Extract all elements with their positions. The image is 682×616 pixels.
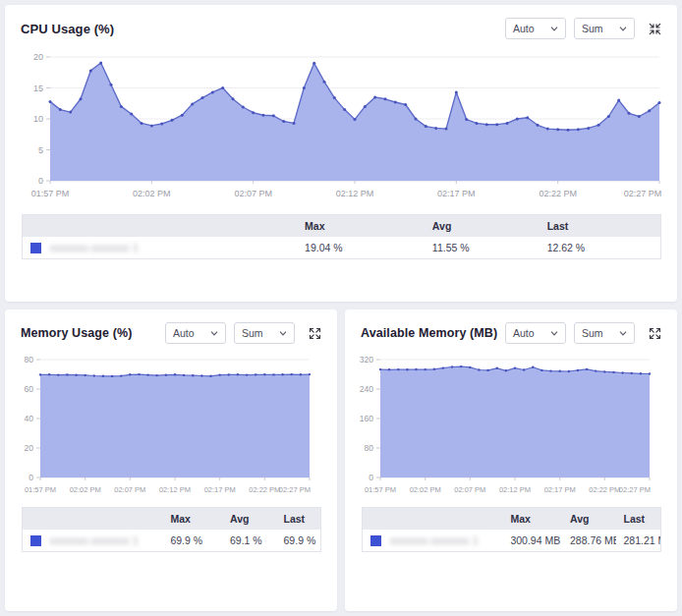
chevron-down-icon [550,27,558,31]
page-title-memory-usage: Memory Usage (%) [21,326,132,340]
chart-controls: Auto Sum [165,322,323,344]
max-value: 19.04 % [297,237,425,258]
table-header-last: Last [616,508,660,530]
page-title-available-memory: Available Memory (MB) [361,326,497,340]
svg-text:80: 80 [365,443,374,453]
panel-cpu-usage: CPU Usage (%) Auto Sum 0510152001:57 PM0… [5,5,677,302]
svg-text:02:22 PM: 02:22 PM [589,485,620,494]
aggregation-select-value: Sum [582,327,603,339]
svg-text:20: 20 [33,52,43,62]
legend-row[interactable]: xxxxxxx-xxxxxxx 1 [363,530,502,551]
collapse-icon [649,23,661,35]
svg-text:02:22 PM: 02:22 PM [249,485,280,494]
expand-button[interactable] [307,325,323,342]
svg-text:02:27 PM: 02:27 PM [279,485,311,494]
chart-controls: Auto Sum [505,18,663,39]
svg-text:02:02 PM: 02:02 PM [410,485,441,494]
svg-text:60: 60 [25,384,34,394]
svg-text:15: 15 [33,84,43,93]
svg-text:01:57 PM: 01:57 PM [365,485,396,494]
memory-usage-legend-table: Max Avg Last xxxxxxx-xxxxxxx 1 69.9 % 69… [22,507,321,552]
legend-row[interactable]: xxxxxxx-xxxxxxx 1 [23,530,162,551]
collapse-button[interactable] [647,21,663,37]
svg-text:02:02 PM: 02:02 PM [133,189,171,198]
svg-text:20: 20 [25,443,34,453]
table-row: xxxxxxx-xxxxxxx 1 19.04 % 11.55 % 12.62 … [23,237,660,258]
svg-text:80: 80 [25,355,34,364]
panel-header: Available Memory (MB) Auto Sum [345,309,677,346]
table-header-avg: Avg [562,508,616,530]
last-value: 12.62 % [540,237,660,258]
max-value: 69.9 % [162,530,222,551]
chevron-down-icon [279,331,287,336]
table-header-last: Last [540,215,660,237]
page-title-cpu-usage: CPU Usage (%) [21,22,114,36]
panel-header: Memory Usage (%) Auto Sum [5,309,337,346]
table-header-row: Max Avg Last [23,215,660,237]
aggregation-select[interactable]: Sum [574,322,635,344]
aggregation-select-value: Sum [242,327,263,339]
table-header-max: Max [502,508,562,530]
svg-text:02:07 PM: 02:07 PM [454,485,485,494]
chevron-down-icon [550,331,558,336]
svg-text:02:07 PM: 02:07 PM [114,485,145,494]
table-row: xxxxxxx-xxxxxxx 1 69.9 % 69.1 % 69.9 % [23,530,320,551]
table-header-empty [23,215,297,237]
table-header-max: Max [162,508,222,530]
interval-select[interactable]: Auto [505,18,566,39]
svg-text:02:02 PM: 02:02 PM [70,485,101,494]
memory-usage-chart[interactable]: 02040608001:57 PM02:02 PM02:07 PM02:12 P… [13,350,337,505]
svg-text:02:12 PM: 02:12 PM [499,485,531,494]
chevron-down-icon [619,27,627,31]
expand-icon [309,327,321,340]
svg-text:40: 40 [25,414,34,423]
series-label-redacted: xxxxxxx-xxxxxxx 1 [50,535,139,546]
available-memory-chart[interactable]: 08016024032001:57 PM02:02 PM02:07 PM02:1… [353,350,677,505]
interval-select[interactable]: Auto [165,322,226,344]
chevron-down-icon [210,331,218,336]
svg-text:02:12 PM: 02:12 PM [336,189,374,198]
interval-select-value: Auto [173,327,195,339]
avg-value: 69.1 % [222,530,276,551]
svg-text:02:27 PM: 02:27 PM [619,485,651,494]
interval-select-value: Auto [513,23,535,34]
chevron-down-icon [619,331,627,336]
svg-text:240: 240 [360,384,373,394]
table-header-avg: Avg [425,215,540,237]
cpu-usage-chart[interactable]: 0510152001:57 PM02:02 PM02:07 PM02:12 PM… [17,45,677,210]
svg-text:320: 320 [360,355,373,364]
panel-header: CPU Usage (%) Auto Sum [5,5,677,41]
table-header-empty [23,508,162,530]
last-value: 69.9 % [276,530,320,551]
table-header-max: Max [297,215,425,237]
table-header-avg: Avg [222,508,276,530]
interval-select-value: Auto [513,327,535,339]
table-header-row: Max Avg Last [363,508,660,530]
svg-text:02:27 PM: 02:27 PM [624,189,662,198]
expand-button[interactable] [647,325,663,342]
series-label-redacted: xxxxxxx-xxxxxxx 1 [390,535,479,546]
legend-row[interactable]: xxxxxxx-xxxxxxx 1 [23,237,297,258]
panel-available-memory: Available Memory (MB) Auto Sum [345,309,677,611]
avg-value: 288.76 MB [562,530,616,551]
available-memory-legend-table: Max Avg Last xxxxxxx-xxxxxxx 1 300.94 MB… [362,507,661,552]
aggregation-select[interactable]: Sum [234,322,295,344]
dashboard: CPU Usage (%) Auto Sum 0510152001:57 PM0… [0,0,682,616]
svg-text:02:17 PM: 02:17 PM [437,189,476,198]
panel-memory-usage: Memory Usage (%) Auto Sum [5,309,337,611]
series-color-swatch [30,243,41,253]
cpu-usage-legend-table: Max Avg Last xxxxxxx-xxxxxxx 1 19.04 % 1… [22,214,661,259]
svg-text:0: 0 [28,473,33,482]
aggregation-select[interactable]: Sum [574,18,635,39]
chart-controls: Auto Sum [505,322,663,344]
table-header-last: Last [276,508,320,530]
series-color-swatch [30,535,41,546]
svg-text:160: 160 [360,414,373,423]
avg-value: 11.55 % [425,237,540,258]
table-header-row: Max Avg Last [23,508,320,530]
svg-text:01:57 PM: 01:57 PM [31,189,70,198]
interval-select[interactable]: Auto [505,322,566,344]
bottom-row: Memory Usage (%) Auto Sum [5,309,677,611]
svg-text:0: 0 [38,176,43,186]
last-value: 281.21 MB [616,530,660,551]
